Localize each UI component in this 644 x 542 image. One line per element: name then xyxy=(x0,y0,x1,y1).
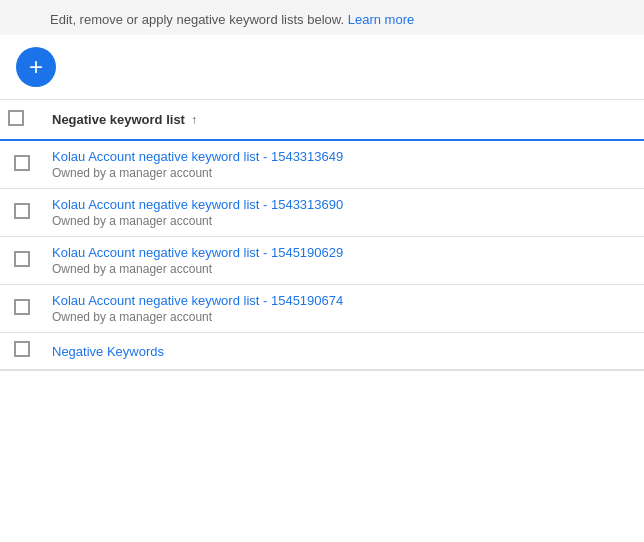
row-checkbox-cell xyxy=(0,189,44,237)
row-checkbox[interactable] xyxy=(14,251,30,267)
header-checkbox[interactable] xyxy=(8,110,24,126)
row-checkbox[interactable] xyxy=(14,299,30,315)
keyword-list-owner: Owned by a manager account xyxy=(52,262,606,276)
add-button-row: + xyxy=(0,35,644,100)
row-extra-cell xyxy=(614,237,644,285)
row-extra-cell xyxy=(614,333,644,370)
row-checkbox-cell xyxy=(0,285,44,333)
column-header-label: Negative keyword list xyxy=(52,112,185,127)
keyword-list-name-link[interactable]: Kolau Account negative keyword list - 15… xyxy=(52,245,606,260)
keyword-list-owner: Owned by a manager account xyxy=(52,166,606,180)
keyword-list-name-link[interactable]: Negative Keywords xyxy=(52,344,606,359)
description-text: Edit, remove or apply negative keyword l… xyxy=(50,12,344,27)
row-extra-cell xyxy=(614,285,644,333)
keyword-lists-table: Negative keyword list ↑ Kolau Account ne… xyxy=(0,100,644,370)
table-body: Kolau Account negative keyword list - 15… xyxy=(0,140,644,370)
header-description: Edit, remove or apply negative keyword l… xyxy=(0,0,644,35)
footer-area xyxy=(0,370,644,430)
column-header-extra xyxy=(614,100,644,140)
column-header-name: Negative keyword list ↑ xyxy=(44,100,614,140)
row-name-cell: Kolau Account negative keyword list - 15… xyxy=(44,237,614,285)
table-row: Kolau Account negative keyword list - 15… xyxy=(0,237,644,285)
keyword-list-owner: Owned by a manager account xyxy=(52,310,606,324)
row-checkbox[interactable] xyxy=(14,203,30,219)
row-checkbox-cell xyxy=(0,333,44,370)
row-name-cell: Kolau Account negative keyword list - 15… xyxy=(44,189,614,237)
row-name-cell: Kolau Account negative keyword list - 15… xyxy=(44,140,614,189)
keyword-list-owner: Owned by a manager account xyxy=(52,214,606,228)
row-checkbox[interactable] xyxy=(14,155,30,171)
header-checkbox-cell xyxy=(0,100,44,140)
keyword-list-name-link[interactable]: Kolau Account negative keyword list - 15… xyxy=(52,293,606,308)
keyword-list-name-link[interactable]: Kolau Account negative keyword list - 15… xyxy=(52,197,606,212)
learn-more-link[interactable]: Learn more xyxy=(348,12,414,27)
main-container: Edit, remove or apply negative keyword l… xyxy=(0,0,644,542)
table-row: Kolau Account negative keyword list - 15… xyxy=(0,189,644,237)
row-extra-cell xyxy=(614,140,644,189)
add-button[interactable]: + xyxy=(16,47,56,87)
row-checkbox-cell xyxy=(0,140,44,189)
table-row: Negative Keywords xyxy=(0,333,644,370)
sort-arrow-icon[interactable]: ↑ xyxy=(191,113,197,127)
keyword-list-name-link[interactable]: Kolau Account negative keyword list - 15… xyxy=(52,149,606,164)
row-checkbox-cell xyxy=(0,237,44,285)
table-header-row: Negative keyword list ↑ xyxy=(0,100,644,140)
row-name-cell: Kolau Account negative keyword list - 15… xyxy=(44,285,614,333)
col-header-sort: Negative keyword list ↑ xyxy=(52,112,606,127)
table-row: Kolau Account negative keyword list - 15… xyxy=(0,285,644,333)
table-row: Kolau Account negative keyword list - 15… xyxy=(0,140,644,189)
row-extra-cell xyxy=(614,189,644,237)
row-checkbox[interactable] xyxy=(14,341,30,357)
row-name-cell: Negative Keywords xyxy=(44,333,614,370)
